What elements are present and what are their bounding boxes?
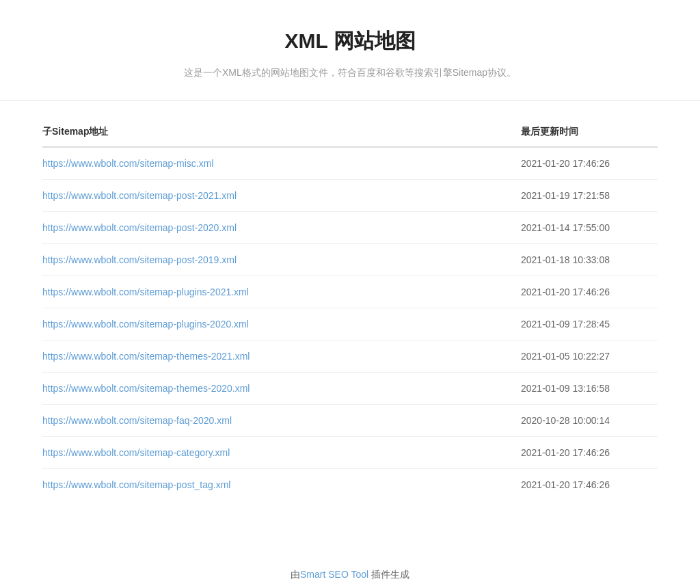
row-url-cell: https://www.wbolt.com/sitemap-misc.xml [42, 157, 521, 170]
sitemap-link[interactable]: https://www.wbolt.com/sitemap-post_tag.x… [42, 479, 230, 490]
sitemap-table: 子Sitemap地址 最后更新时间 https://www.wbolt.com/… [42, 115, 658, 500]
footer-link[interactable]: Smart SEO Tool [300, 569, 368, 580]
table-row: https://www.wbolt.com/sitemap-plugins-20… [42, 308, 658, 340]
table-header: 子Sitemap地址 最后更新时间 [42, 115, 658, 148]
table-row: https://www.wbolt.com/sitemap-themes-202… [42, 340, 658, 373]
sitemap-link[interactable]: https://www.wbolt.com/sitemap-post-2020.… [42, 222, 237, 233]
col-url-label: 子Sitemap地址 [42, 126, 521, 138]
table-body: https://www.wbolt.com/sitemap-misc.xml20… [42, 148, 658, 500]
row-date-cell: 2021-01-19 17:21:58 [521, 190, 658, 201]
row-url-cell: https://www.wbolt.com/sitemap-post-2019.… [42, 254, 521, 266]
table-row: https://www.wbolt.com/sitemap-post-2019.… [42, 244, 658, 276]
row-date-cell: 2021-01-05 10:22:27 [521, 351, 658, 362]
row-date-cell: 2020-10-28 10:00:14 [521, 415, 658, 426]
page-title: XML 网站地图 [14, 27, 686, 55]
sitemap-link[interactable]: https://www.wbolt.com/sitemap-plugins-20… [42, 286, 249, 297]
sitemap-link[interactable]: https://www.wbolt.com/sitemap-themes-202… [42, 383, 250, 394]
inner-wrapper: XML 网站地图 这是一个XML格式的网站地图文件，符合百度和谷歌等搜索引擎Si… [0, 0, 700, 588]
row-url-cell: https://www.wbolt.com/sitemap-post-2021.… [42, 189, 521, 202]
table-row: https://www.wbolt.com/sitemap-faq-2020.x… [42, 405, 658, 437]
table-row: https://www.wbolt.com/sitemap-post-2020.… [42, 212, 658, 244]
row-date-cell: 2021-01-09 13:16:58 [521, 383, 658, 394]
row-date-cell: 2021-01-20 17:46:26 [521, 158, 658, 169]
sitemap-link[interactable]: https://www.wbolt.com/sitemap-misc.xml [42, 158, 214, 169]
sitemap-link[interactable]: https://www.wbolt.com/sitemap-plugins-20… [42, 319, 249, 330]
row-url-cell: https://www.wbolt.com/sitemap-faq-2020.x… [42, 414, 521, 427]
sitemap-link[interactable]: https://www.wbolt.com/sitemap-themes-202… [42, 351, 250, 362]
table-row: https://www.wbolt.com/sitemap-themes-202… [42, 373, 658, 405]
row-date-cell: 2021-01-20 17:46:26 [521, 286, 658, 297]
row-url-cell: https://www.wbolt.com/sitemap-themes-202… [42, 350, 521, 362]
sitemap-link[interactable]: https://www.wbolt.com/sitemap-post-2019.… [42, 254, 237, 265]
sitemap-link[interactable]: https://www.wbolt.com/sitemap-post-2021.… [42, 190, 237, 201]
main-content: 子Sitemap地址 最后更新时间 https://www.wbolt.com/… [15, 115, 685, 528]
table-row: https://www.wbolt.com/sitemap-category.x… [42, 437, 658, 469]
sitemap-link[interactable]: https://www.wbolt.com/sitemap-faq-2020.x… [42, 415, 232, 426]
row-date-cell: 2021-01-18 10:33:08 [521, 254, 658, 265]
row-url-cell: https://www.wbolt.com/sitemap-plugins-20… [42, 318, 521, 330]
page-footer: 由Smart SEO Tool 插件生成 [0, 542, 700, 588]
row-date-cell: 2021-01-20 17:46:26 [521, 479, 658, 490]
table-row: https://www.wbolt.com/sitemap-post_tag.x… [42, 469, 658, 500]
row-url-cell: https://www.wbolt.com/sitemap-plugins-20… [42, 286, 521, 298]
table-row: https://www.wbolt.com/sitemap-post-2021.… [42, 180, 658, 212]
row-url-cell: https://www.wbolt.com/sitemap-post-2020.… [42, 222, 521, 234]
table-row: https://www.wbolt.com/sitemap-plugins-20… [42, 276, 658, 308]
row-url-cell: https://www.wbolt.com/sitemap-themes-202… [42, 382, 521, 395]
row-url-cell: https://www.wbolt.com/sitemap-category.x… [42, 446, 521, 459]
row-date-cell: 2021-01-14 17:55:00 [521, 222, 658, 233]
page-header: XML 网站地图 这是一个XML格式的网站地图文件，符合百度和谷歌等搜索引擎Si… [0, 0, 700, 101]
col-date-label: 最后更新时间 [521, 126, 658, 138]
page-subtitle: 这是一个XML格式的网站地图文件，符合百度和谷歌等搜索引擎Sitemap协议。 [14, 65, 686, 80]
row-date-cell: 2021-01-20 17:46:26 [521, 447, 658, 458]
row-date-cell: 2021-01-09 17:28:45 [521, 319, 658, 330]
table-row: https://www.wbolt.com/sitemap-misc.xml20… [42, 148, 658, 180]
footer-suffix: 插件生成 [368, 569, 409, 580]
footer-prefix: 由 [291, 569, 300, 580]
sitemap-link[interactable]: https://www.wbolt.com/sitemap-category.x… [42, 447, 230, 458]
page-wrapper: XML 网站地图 这是一个XML格式的网站地图文件，符合百度和谷歌等搜索引擎Si… [0, 0, 700, 588]
row-url-cell: https://www.wbolt.com/sitemap-post_tag.x… [42, 479, 521, 491]
